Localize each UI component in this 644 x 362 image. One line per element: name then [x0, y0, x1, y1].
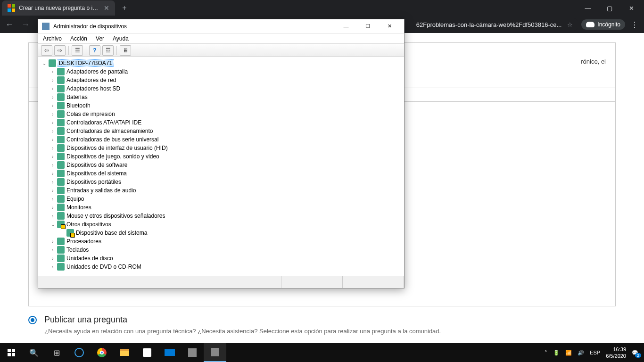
- tree-leaf-dispositivo-base[interactable]: Dispositivo base del sistema: [39, 229, 403, 237]
- taskbar-devmgr-1[interactable]: [181, 343, 204, 362]
- expand-arrow-right-icon[interactable]: ›: [50, 247, 56, 253]
- dm-maximize-button[interactable]: ☐: [357, 20, 379, 33]
- tray-battery-icon[interactable]: 🔋: [553, 350, 560, 356]
- expand-arrow-right-icon[interactable]: ›: [50, 112, 56, 117]
- tree-node[interactable]: ›Bluetooth: [39, 101, 403, 110]
- tray-action-center[interactable]: 💬 2: [632, 350, 638, 356]
- device-tree[interactable]: ⌄ DESKTOP-77BOA71 ›Adaptadores de pantal…: [39, 58, 403, 274]
- node-label: Controladoras ATA/ATAPI IDE: [66, 119, 141, 126]
- tree-node[interactable]: ›Adaptadores de red: [39, 76, 403, 84]
- toolbar-back-button[interactable]: ⇦: [41, 45, 52, 56]
- tree-node-otros-dispositivos[interactable]: ⌄ Otros dispositivos: [39, 220, 403, 229]
- device-category-icon: [57, 246, 65, 254]
- tree-node[interactable]: ›Unidades de DVD o CD-ROM: [39, 263, 403, 271]
- expand-arrow-right-icon[interactable]: ›: [50, 78, 56, 83]
- expand-arrow-right-icon[interactable]: ›: [50, 95, 56, 100]
- browser-maximize-button[interactable]: ▢: [599, 0, 620, 16]
- tree-node[interactable]: ›Mouse y otros dispositivos señaladores: [39, 212, 403, 220]
- toolbar-help-button[interactable]: ?: [89, 45, 100, 56]
- expand-arrow-right-icon[interactable]: ›: [50, 188, 56, 193]
- menu-ayuda[interactable]: Ayuda: [113, 35, 129, 42]
- tree-node[interactable]: ›Baterías: [39, 93, 403, 101]
- tray-chevron-icon[interactable]: ˄: [545, 350, 547, 356]
- tab-close-icon[interactable]: ✕: [104, 4, 109, 12]
- expand-arrow-down-icon[interactable]: ⌄: [41, 61, 48, 66]
- expand-arrow-right-icon[interactable]: ›: [50, 137, 56, 142]
- tree-node[interactable]: ›Monitores: [39, 203, 403, 212]
- radio-selected-icon[interactable]: [28, 316, 37, 324]
- expand-arrow-right-icon[interactable]: ›: [50, 205, 56, 210]
- tree-node[interactable]: ›Dispositivos de juego, sonido y video: [39, 152, 403, 161]
- tree-node[interactable]: ›Controladoras de almacenamiento: [39, 127, 403, 135]
- start-button[interactable]: [0, 343, 23, 362]
- devmgr-icon: [188, 348, 197, 357]
- expand-arrow-right-icon[interactable]: ›: [50, 197, 56, 202]
- expand-arrow-right-icon[interactable]: ›: [50, 180, 56, 185]
- tree-node[interactable]: ›Adaptadores de pantalla: [39, 67, 403, 76]
- chrome-icon: [97, 348, 107, 357]
- toolbar-properties-button[interactable]: ☲: [102, 45, 114, 56]
- taskbar-mail[interactable]: [158, 343, 181, 362]
- tree-node[interactable]: ›Controladoras de bus serie universal: [39, 135, 403, 144]
- expand-arrow-right-icon[interactable]: ›: [50, 239, 56, 244]
- tree-root[interactable]: ⌄ DESKTOP-77BOA71: [39, 59, 403, 67]
- windows-logo-icon: [8, 349, 15, 356]
- menu-ver[interactable]: Ver: [96, 35, 104, 42]
- new-tab-button[interactable]: +: [118, 1, 131, 15]
- expand-arrow-right-icon[interactable]: ›: [50, 120, 56, 125]
- toolbar-scan-button[interactable]: 🖥: [120, 45, 131, 56]
- tree-node[interactable]: ›Dispositivos portátiles: [39, 178, 403, 186]
- tray-volume-icon[interactable]: 🔊: [578, 350, 584, 356]
- expand-arrow-right-icon[interactable]: ›: [50, 69, 56, 74]
- taskbar-chrome[interactable]: [91, 343, 113, 362]
- expand-arrow-right-icon[interactable]: ›: [50, 129, 56, 134]
- taskbar-edge[interactable]: [68, 343, 91, 362]
- tree-node[interactable]: ›Equipo: [39, 195, 403, 203]
- search-button[interactable]: 🔍: [23, 343, 45, 362]
- taskbar-explorer[interactable]: [113, 343, 136, 362]
- tree-node[interactable]: ›Unidades de disco: [39, 254, 403, 263]
- browser-tab[interactable]: Crear una nueva pregunta o inici ✕: [2, 0, 115, 16]
- tray-clock[interactable]: 16:39 6/5/2020: [606, 346, 626, 359]
- dm-minimize-button[interactable]: —: [335, 20, 357, 33]
- browser-close-button[interactable]: ✕: [620, 0, 642, 16]
- browser-minimize-button[interactable]: —: [577, 0, 599, 16]
- expand-arrow-right-icon[interactable]: ›: [50, 163, 56, 168]
- toolbar-forward-button[interactable]: ⇨: [54, 45, 66, 56]
- tree-node[interactable]: ›Adaptadores host SD: [39, 84, 403, 93]
- taskview-button[interactable]: ⊞: [45, 343, 68, 362]
- tree-node[interactable]: ›Dispositivos de interfaz de usuario (HI…: [39, 144, 403, 152]
- back-button[interactable]: ←: [3, 18, 16, 31]
- expand-arrow-down-icon[interactable]: ⌄: [50, 222, 56, 227]
- expand-arrow-right-icon[interactable]: ›: [50, 86, 56, 91]
- dm-titlebar[interactable]: Administrador de dispositivos — ☐ ✕: [38, 19, 404, 33]
- tree-node[interactable]: ›Dispositivos del sistema: [39, 169, 403, 178]
- tray-lang[interactable]: ESP: [590, 350, 600, 355]
- expand-arrow-right-icon[interactable]: ›: [50, 103, 56, 108]
- tree-node[interactable]: ›Procesadores: [39, 237, 403, 246]
- option-publicar-pregunta[interactable]: Publicar una pregunta ¿Necesita ayuda en…: [28, 315, 616, 335]
- menu-archivo[interactable]: Archivo: [43, 35, 62, 42]
- device-category-icon: [57, 110, 65, 118]
- browser-menu-button[interactable]: ⋮: [628, 18, 641, 31]
- expand-arrow-right-icon[interactable]: ›: [50, 256, 56, 261]
- expand-arrow-right-icon[interactable]: ›: [50, 146, 56, 151]
- bookmark-star-icon[interactable]: ☆: [567, 21, 573, 28]
- tray-wifi-icon[interactable]: 📶: [565, 350, 572, 356]
- expand-arrow-right-icon[interactable]: ›: [50, 154, 56, 159]
- tree-node[interactable]: ›Entradas y salidas de audio: [39, 186, 403, 195]
- dm-close-button[interactable]: ✕: [379, 20, 400, 33]
- tree-node[interactable]: ›Controladoras ATA/ATAPI IDE: [39, 118, 403, 127]
- taskbar-store[interactable]: [136, 343, 158, 362]
- forward-button[interactable]: →: [19, 18, 32, 31]
- tree-node[interactable]: ›Dispositivos de software: [39, 161, 403, 169]
- toolbar-showhide-button[interactable]: ☰: [72, 45, 83, 56]
- expand-arrow-right-icon[interactable]: ›: [50, 171, 56, 176]
- taskbar-devmgr-active[interactable]: [204, 343, 226, 362]
- expand-arrow-right-icon[interactable]: ›: [50, 264, 56, 270]
- tree-node[interactable]: ›Teclados: [39, 246, 403, 254]
- expand-arrow-right-icon[interactable]: ›: [50, 214, 56, 219]
- node-label: Dispositivos de software: [66, 162, 127, 168]
- menu-accion[interactable]: Acción: [70, 35, 87, 42]
- tree-node[interactable]: ›Colas de impresión: [39, 110, 403, 118]
